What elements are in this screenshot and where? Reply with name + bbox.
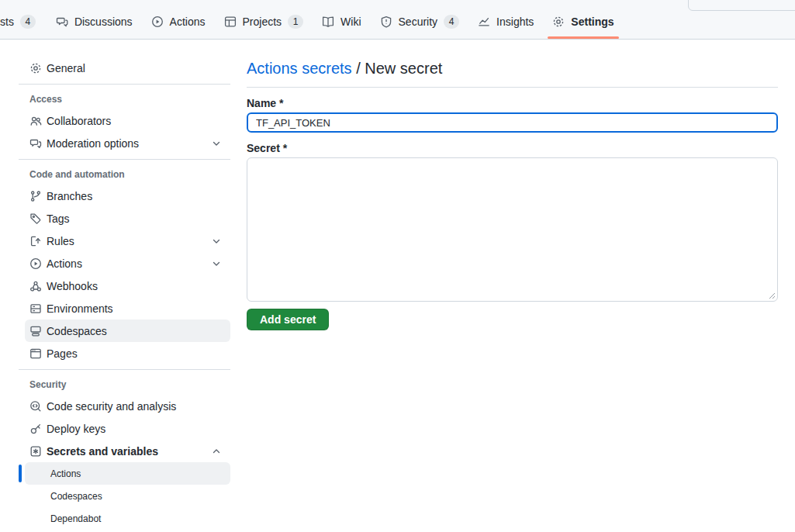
tab-label: Wiki bbox=[340, 16, 361, 28]
server-icon bbox=[29, 302, 42, 315]
divider bbox=[247, 87, 778, 88]
key-icon bbox=[29, 423, 42, 435]
sidebar-item-environments[interactable]: Environments bbox=[25, 297, 230, 320]
tab-label: Projects bbox=[243, 16, 282, 28]
add-secret-button[interactable]: Add secret bbox=[247, 309, 329, 330]
sidebar-subitem-codespaces[interactable]: Codespaces bbox=[25, 485, 230, 507]
sidebar-item-rules[interactable]: Rules bbox=[25, 230, 230, 252]
comment-discussion-icon bbox=[29, 137, 42, 150]
sidebar-item-general[interactable]: General bbox=[25, 57, 230, 79]
repo-tabbar: sts 4 Discussions Actions Projects bbox=[0, 5, 624, 39]
tab-pull-requests-partial[interactable]: sts 4 bbox=[0, 5, 47, 39]
key-asterisk-icon bbox=[29, 445, 42, 458]
chevron-down-icon bbox=[210, 235, 223, 247]
sidebar-subitem-dependabot[interactable]: Dependabot bbox=[25, 507, 230, 530]
sidebar-item-label: Environments bbox=[47, 302, 230, 315]
main-content: Actions secrets / New secret Name * Secr… bbox=[247, 40, 778, 330]
divider bbox=[19, 84, 230, 85]
play-icon bbox=[29, 257, 42, 270]
page-title: New secret bbox=[365, 60, 442, 77]
codespaces-icon bbox=[29, 325, 42, 337]
sidebar-item-label: Moderation options bbox=[47, 137, 206, 150]
webhook-icon bbox=[29, 280, 42, 292]
sidebar-subitem-actions[interactable]: Actions bbox=[25, 462, 230, 485]
tab-label: Actions bbox=[170, 16, 206, 28]
sidebar-item-label: Webhooks bbox=[47, 280, 230, 292]
actions-secrets-link[interactable]: Actions secrets bbox=[247, 60, 352, 77]
tab-label: Settings bbox=[571, 16, 614, 28]
sidebar-item-label: Actions bbox=[50, 468, 230, 479]
sidebar-item-branches[interactable]: Branches bbox=[25, 185, 230, 207]
repo-header: sts 4 Discussions Actions Projects bbox=[0, 0, 795, 40]
sidebar-item-tags[interactable]: Tags bbox=[25, 207, 230, 230]
sidebar-item-label: Pages bbox=[47, 347, 230, 360]
security-count-badge: 4 bbox=[444, 15, 459, 29]
sidebar-item-webhooks[interactable]: Webhooks bbox=[25, 275, 230, 297]
projects-count-badge: 1 bbox=[288, 15, 303, 29]
sidebar-section-access: Access bbox=[19, 89, 230, 109]
sidebar-item-label: Codespaces bbox=[47, 325, 230, 337]
book-icon bbox=[322, 16, 334, 28]
sidebar-item-moderation-options[interactable]: Moderation options bbox=[25, 132, 230, 154]
tab-projects[interactable]: Projects 1 bbox=[215, 5, 313, 39]
gear-icon bbox=[29, 62, 42, 74]
shield-icon bbox=[380, 16, 392, 28]
tab-security[interactable]: Security 4 bbox=[371, 5, 469, 39]
secret-field-label: Secret * bbox=[247, 142, 778, 154]
graph-icon bbox=[478, 16, 490, 28]
sidebar-item-label: Collaborators bbox=[47, 115, 230, 127]
sidebar-item-label: Codespaces bbox=[50, 491, 230, 502]
tab-insights[interactable]: Insights bbox=[468, 5, 543, 39]
pull-requests-count-badge: 4 bbox=[20, 15, 36, 29]
rules-icon bbox=[29, 235, 42, 247]
sidebar-item-secrets-and-variables[interactable]: Secrets and variables bbox=[25, 440, 230, 462]
chevron-up-icon bbox=[210, 445, 223, 458]
settings-sidebar: General Access Collaborators Moderation … bbox=[19, 57, 230, 530]
tab-wiki[interactable]: Wiki bbox=[313, 5, 370, 39]
sidebar-section-code-and-automation: Code and automation bbox=[19, 164, 230, 185]
sidebar-item-pages[interactable]: Pages bbox=[25, 342, 230, 364]
chevron-down-icon bbox=[210, 257, 223, 270]
divider bbox=[19, 159, 230, 160]
sidebar-item-codespaces[interactable]: Codespaces bbox=[25, 320, 230, 342]
sidebar-item-label: Secrets and variables bbox=[47, 445, 206, 458]
sidebar-item-label: Branches bbox=[47, 190, 230, 202]
sidebar-section-security: Security bbox=[19, 375, 230, 395]
tab-label: Discussions bbox=[74, 16, 133, 28]
sidebar-item-label: Deploy keys bbox=[47, 423, 230, 435]
name-field-label: Name * bbox=[247, 97, 778, 109]
breadcrumb-separator: / bbox=[356, 60, 361, 77]
divider bbox=[19, 369, 230, 370]
people-icon bbox=[29, 115, 42, 127]
codescan-icon bbox=[29, 400, 42, 413]
sidebar-item-deploy-keys[interactable]: Deploy keys bbox=[25, 417, 230, 440]
tab-settings[interactable]: Settings bbox=[543, 5, 623, 39]
tab-label: Security bbox=[399, 16, 438, 28]
gear-icon bbox=[552, 16, 565, 28]
tag-icon bbox=[29, 212, 42, 225]
search-input-partial[interactable] bbox=[688, 0, 795, 11]
sidebar-item-collaborators[interactable]: Collaborators bbox=[25, 109, 230, 132]
secret-value-textarea[interactable] bbox=[247, 157, 778, 302]
browser-icon bbox=[29, 347, 42, 360]
repo-settings-page: sts 4 Discussions Actions Projects bbox=[0, 0, 795, 532]
secret-name-input[interactable] bbox=[247, 112, 778, 133]
tab-actions[interactable]: Actions bbox=[142, 5, 215, 39]
git-branch-icon bbox=[29, 190, 42, 202]
sidebar-item-label: Tags bbox=[47, 212, 230, 225]
breadcrumb: Actions secrets / New secret bbox=[247, 60, 778, 78]
play-icon bbox=[151, 16, 164, 28]
comment-discussion-icon bbox=[56, 16, 68, 28]
sidebar-item-actions[interactable]: Actions bbox=[25, 252, 230, 275]
tab-discussions[interactable]: Discussions bbox=[47, 5, 142, 39]
sidebar-item-label: Actions bbox=[47, 257, 206, 270]
sidebar-item-label: Dependabot bbox=[50, 513, 230, 524]
tab-label: Insights bbox=[496, 16, 534, 28]
chevron-down-icon bbox=[210, 137, 223, 150]
secret-value-container bbox=[247, 157, 778, 302]
sidebar-item-code-security-and-analysis[interactable]: Code security and analysis bbox=[25, 395, 230, 417]
sidebar-item-label: Rules bbox=[47, 235, 206, 247]
tab-label: sts bbox=[0, 16, 14, 28]
sidebar-item-label: Code security and analysis bbox=[47, 400, 230, 413]
sidebar-item-label: General bbox=[47, 62, 230, 74]
